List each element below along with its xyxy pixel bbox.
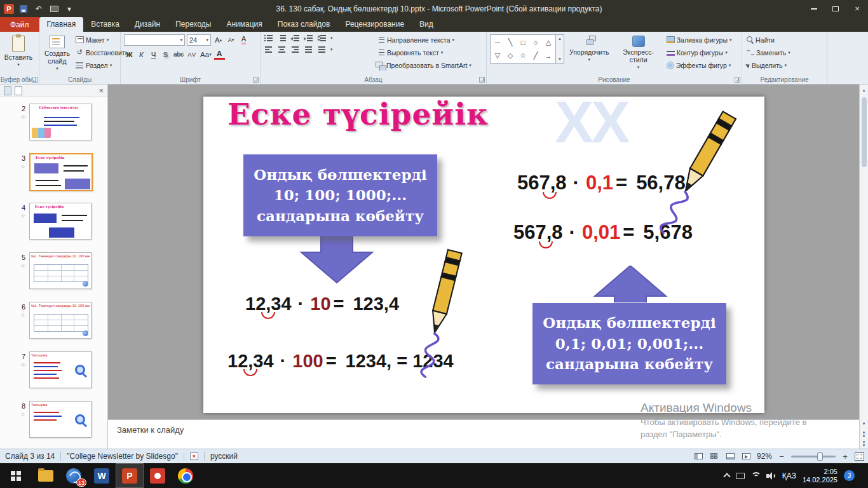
start-button[interactable] [0,463,32,488]
bullets-button[interactable] [264,34,273,42]
decrease-indent-button[interactable] [290,34,300,42]
tab-animations[interactable]: Анимация [219,17,269,32]
shrink-font-button[interactable]: A▾ [226,34,236,45]
slides-tab-icon[interactable] [4,86,11,95]
bold-button[interactable]: Ж [124,49,135,60]
align-right-button[interactable] [290,46,300,53]
taskbar-red-app[interactable] [144,463,172,488]
clipboard-dialog-launcher[interactable] [32,77,37,83]
display-tray-icon[interactable] [736,473,745,479]
reading-view-button[interactable] [725,452,736,461]
slide-sorter-button[interactable] [709,452,720,461]
scroll-down-button[interactable]: ▾ [860,418,868,428]
minimize-button[interactable] [803,0,825,17]
language-switcher[interactable]: ҚАЗ [782,471,796,480]
numbering-button[interactable] [277,34,287,42]
taskbar-powerpoint-active[interactable]: P [116,463,144,488]
align-left-button[interactable] [264,46,273,53]
font-color-button[interactable]: А [214,49,225,60]
slideshow-view-button[interactable] [741,452,752,461]
shape-icon[interactable]: ─ [495,39,500,46]
next-slide-button[interactable]: ▾▾ [860,438,868,449]
tab-slideshow[interactable]: Показ слайдов [270,17,338,32]
font-dialog-launcher[interactable] [253,77,259,83]
save-button[interactable] [18,3,29,15]
slide-thumbnail-4[interactable]: Еске түсірейік [29,203,92,240]
shape-icon[interactable]: → [545,52,552,60]
arrange-button[interactable]: Упорядочить ▾ [567,34,611,74]
shape-icon[interactable]: △ [546,38,551,46]
qat-customize-button[interactable]: ▾ [64,3,75,15]
shape-icon[interactable]: ▽ [495,51,500,60]
notes-pane[interactable]: Заметки к слайду [108,419,859,449]
down-arrow-shape[interactable] [297,236,376,284]
zoom-slider[interactable] [791,452,836,461]
volume-icon[interactable] [766,472,776,480]
maximize-button[interactable] [825,0,846,17]
paste-button[interactable]: Вставить ▾ [3,34,34,74]
align-text-button[interactable]: Выровнять текст▾ [374,47,476,58]
tab-insert[interactable]: Вставка [83,17,127,32]
taskbar-browser-app[interactable]: 13 [60,463,88,488]
previous-slide-button[interactable]: ▴▴ [860,428,868,438]
undo-button[interactable]: ↶ [33,3,44,15]
outline-tab-icon[interactable] [15,86,22,95]
taskbar-word[interactable]: W [88,463,116,488]
shape-effects-button[interactable]: Эффекты фигур▾ [665,60,738,71]
slide-thumbnail-2[interactable]: Сабақтың мақсаты [29,104,92,140]
callout-box-left[interactable]: Ондық бөлшектерді 10; 100; 1000;... санд… [243,154,437,236]
quick-styles-button[interactable]: Экспресс-стили ▾ [614,34,662,74]
justify-button[interactable] [304,46,313,53]
convert-smartart-button[interactable]: Преобразовать в SmartArt▾ [374,60,476,71]
find-button[interactable]: Найти [745,34,792,45]
strikethrough-button[interactable]: abc [172,49,185,60]
shape-icon[interactable]: ╲ [508,38,513,46]
notification-badge[interactable]: 3 [844,470,855,481]
character-spacing-button[interactable]: AV [186,49,198,60]
scroll-down-icon[interactable]: ▾ [559,57,561,62]
italic-button[interactable]: К [136,49,147,60]
tab-review[interactable]: Рецензирование [337,17,412,32]
spell-check-icon[interactable]: × [190,452,198,460]
slide-thumbnail-7[interactable]: Тапсырма [29,351,92,388]
font-name-combobox[interactable]: ▾ [124,34,185,46]
panel-close-button[interactable]: × [98,86,104,95]
shape-fill-button[interactable]: Заливка фигуры▾ [665,34,738,45]
slide-thumbnail-8[interactable]: Тапсырма [29,401,92,438]
shapes-scrollbar[interactable]: ▴ ▾ [556,34,564,64]
slideshow-button[interactable] [48,3,60,15]
align-center-button[interactable] [277,46,287,53]
shape-icon[interactable]: ○ [534,39,538,46]
tab-view[interactable]: Вид [412,17,441,32]
tab-design[interactable]: Дизайн [127,17,168,32]
text-direction-button[interactable]: Направление текста▾ [374,34,476,45]
line-spacing-button[interactable] [317,34,327,42]
drawing-dialog-launcher[interactable] [735,77,740,83]
shape-icon[interactable]: ◇ [508,51,513,60]
slide-title[interactable]: Еске түсірейік [227,97,489,132]
zoom-in-button[interactable]: + [841,452,850,461]
clear-formatting-button[interactable]: A [238,34,249,45]
scroll-up-button[interactable]: ▴ [860,85,868,95]
tab-home[interactable]: Главная [39,17,84,32]
columns-button[interactable] [317,46,327,53]
vertical-scrollbar[interactable]: ▴ ▾ ▴▴ ▾▾ [859,85,868,449]
shape-icon[interactable]: □ [521,39,526,46]
slide-thumbnail-3-selected[interactable]: Еске түсірейік [29,153,93,191]
replace-button[interactable]: Заменить▾ [745,47,792,58]
wifi-icon[interactable] [751,472,760,479]
grow-font-button[interactable]: A▴ [213,34,224,45]
equation-567-01[interactable]: 567,8 · 0,1 = 56,78 [517,172,686,194]
shape-icon[interactable]: ☆ [520,51,526,60]
taskbar-file-explorer[interactable] [32,463,60,488]
select-button[interactable]: Выделить▾ [745,60,792,71]
zoom-level[interactable]: 92% [757,452,772,461]
equation-1234-10[interactable]: 12,34 · 10 = 123,4 [245,294,399,315]
language-indicator[interactable]: русский [210,452,238,461]
close-button[interactable]: × [846,0,868,17]
tab-file[interactable]: Файл [0,17,39,32]
scroll-up-icon[interactable]: ▴ [559,36,561,41]
hidden-icons-button[interactable] [723,473,730,480]
taskbar-chrome[interactable] [172,463,200,488]
increase-indent-button[interactable] [304,34,313,42]
